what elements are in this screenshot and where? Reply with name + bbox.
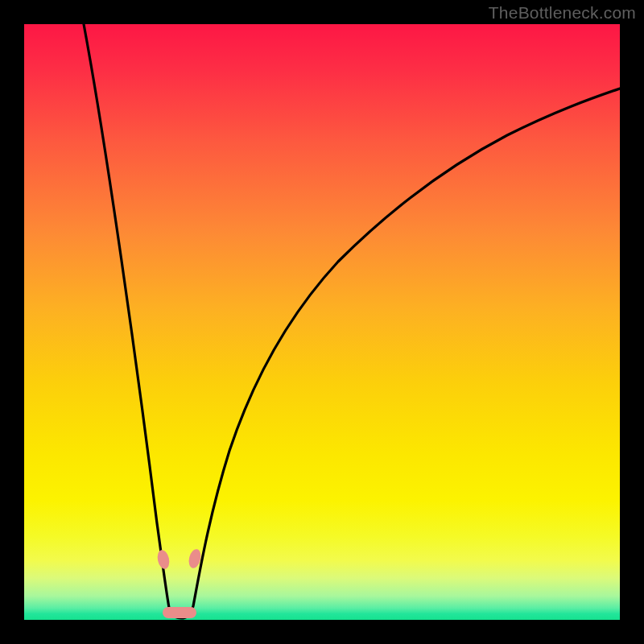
watermark-text: TheBottleneck.com — [489, 3, 636, 23]
bottleneck-curve — [84, 24, 620, 618]
chart-frame: TheBottleneck.com — [0, 0, 644, 644]
left-knee-marker — [156, 549, 171, 570]
plot-area — [24, 24, 620, 620]
curve-layer — [24, 24, 620, 620]
trough-marker — [163, 607, 196, 618]
marker-group — [156, 548, 203, 618]
